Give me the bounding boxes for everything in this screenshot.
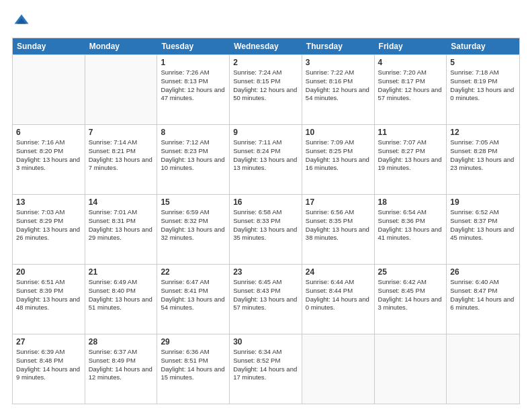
calendar-header: SundayMondayTuesdayWednesdayThursdayFrid… (13, 38, 519, 54)
day-info: Sunrise: 6:56 AM Sunset: 8:35 PM Dayligh… (306, 208, 371, 242)
day-number: 23 (233, 267, 298, 277)
calendar-cell: 22Sunrise: 6:47 AM Sunset: 8:41 PM Dayli… (157, 265, 230, 334)
calendar-cell: 11Sunrise: 7:07 AM Sunset: 8:27 PM Dayli… (375, 125, 447, 194)
calendar-cell: 20Sunrise: 6:51 AM Sunset: 8:39 PM Dayli… (13, 265, 85, 334)
calendar-cell: 25Sunrise: 6:42 AM Sunset: 8:45 PM Dayli… (375, 265, 447, 334)
calendar-cell: 12Sunrise: 7:05 AM Sunset: 8:28 PM Dayli… (447, 125, 519, 194)
day-info: Sunrise: 6:34 AM Sunset: 8:52 PM Dayligh… (233, 348, 298, 382)
day-number: 15 (161, 197, 226, 207)
day-number: 21 (89, 267, 154, 277)
calendar-cell: 28Sunrise: 6:37 AM Sunset: 8:49 PM Dayli… (85, 334, 158, 404)
day-number: 3 (306, 58, 371, 67)
calendar-row: 13Sunrise: 7:03 AM Sunset: 8:29 PM Dayli… (13, 194, 519, 264)
calendar-cell (85, 55, 158, 124)
calendar: SundayMondayTuesdayWednesdayThursdayFrid… (12, 38, 520, 404)
logo (12, 12, 34, 31)
day-number: 28 (89, 337, 154, 347)
day-info: Sunrise: 6:54 AM Sunset: 8:36 PM Dayligh… (378, 208, 443, 242)
day-number: 13 (16, 197, 81, 207)
calendar-cell (302, 334, 375, 404)
day-info: Sunrise: 6:58 AM Sunset: 8:33 PM Dayligh… (233, 208, 298, 242)
header (12, 12, 520, 31)
day-info: Sunrise: 7:12 AM Sunset: 8:23 PM Dayligh… (161, 138, 226, 173)
calendar-cell (447, 334, 519, 404)
day-info: Sunrise: 6:44 AM Sunset: 8:44 PM Dayligh… (306, 278, 371, 312)
logo-icon (12, 12, 31, 31)
day-info: Sunrise: 7:26 AM Sunset: 8:13 PM Dayligh… (161, 68, 226, 103)
day-number: 11 (378, 128, 443, 137)
calendar-cell: 14Sunrise: 7:01 AM Sunset: 8:31 PM Dayli… (85, 195, 158, 264)
weekday-header: Tuesday (157, 38, 230, 54)
day-info: Sunrise: 7:07 AM Sunset: 8:27 PM Dayligh… (378, 138, 443, 173)
calendar-row: 27Sunrise: 6:39 AM Sunset: 8:48 PM Dayli… (13, 334, 519, 404)
calendar-cell: 29Sunrise: 6:36 AM Sunset: 8:51 PM Dayli… (157, 334, 230, 404)
calendar-cell: 7Sunrise: 7:14 AM Sunset: 8:21 PM Daylig… (85, 125, 158, 194)
calendar-cell: 6Sunrise: 7:16 AM Sunset: 8:20 PM Daylig… (13, 125, 85, 194)
day-number: 2 (233, 58, 298, 67)
calendar-cell: 21Sunrise: 6:49 AM Sunset: 8:40 PM Dayli… (85, 265, 158, 334)
page: SundayMondayTuesdayWednesdayThursdayFrid… (0, 0, 532, 411)
day-number: 1 (161, 58, 226, 67)
day-number: 25 (378, 267, 443, 277)
day-info: Sunrise: 7:05 AM Sunset: 8:28 PM Dayligh… (450, 138, 516, 173)
day-info: Sunrise: 7:24 AM Sunset: 8:15 PM Dayligh… (233, 68, 298, 103)
day-info: Sunrise: 6:52 AM Sunset: 8:37 PM Dayligh… (450, 208, 516, 242)
day-number: 27 (16, 337, 81, 347)
day-number: 29 (161, 337, 226, 347)
calendar-cell: 17Sunrise: 6:56 AM Sunset: 8:35 PM Dayli… (302, 195, 375, 264)
calendar-cell: 1Sunrise: 7:26 AM Sunset: 8:13 PM Daylig… (157, 55, 230, 124)
day-number: 19 (450, 197, 516, 207)
day-number: 7 (89, 128, 154, 137)
day-info: Sunrise: 6:45 AM Sunset: 8:43 PM Dayligh… (233, 278, 298, 312)
day-info: Sunrise: 7:03 AM Sunset: 8:29 PM Dayligh… (16, 208, 81, 242)
calendar-cell: 5Sunrise: 7:18 AM Sunset: 8:19 PM Daylig… (447, 55, 519, 124)
day-info: Sunrise: 6:59 AM Sunset: 8:32 PM Dayligh… (161, 208, 226, 242)
calendar-cell: 24Sunrise: 6:44 AM Sunset: 8:44 PM Dayli… (302, 265, 375, 334)
calendar-cell: 8Sunrise: 7:12 AM Sunset: 8:23 PM Daylig… (157, 125, 230, 194)
calendar-cell: 13Sunrise: 7:03 AM Sunset: 8:29 PM Dayli… (13, 195, 85, 264)
day-number: 30 (233, 337, 298, 347)
day-number: 22 (161, 267, 226, 277)
day-info: Sunrise: 7:01 AM Sunset: 8:31 PM Dayligh… (89, 208, 154, 242)
calendar-cell: 26Sunrise: 6:40 AM Sunset: 8:47 PM Dayli… (447, 265, 519, 334)
day-number: 5 (450, 58, 516, 67)
calendar-cell: 27Sunrise: 6:39 AM Sunset: 8:48 PM Dayli… (13, 334, 85, 404)
day-info: Sunrise: 7:22 AM Sunset: 8:16 PM Dayligh… (306, 68, 371, 103)
day-info: Sunrise: 6:49 AM Sunset: 8:40 PM Dayligh… (89, 278, 154, 312)
weekday-header: Saturday (447, 38, 519, 54)
day-info: Sunrise: 6:47 AM Sunset: 8:41 PM Dayligh… (161, 278, 226, 312)
weekday-header: Friday (375, 38, 447, 54)
calendar-cell: 9Sunrise: 7:11 AM Sunset: 8:24 PM Daylig… (230, 125, 302, 194)
day-number: 24 (306, 267, 371, 277)
calendar-cell: 23Sunrise: 6:45 AM Sunset: 8:43 PM Dayli… (230, 265, 302, 334)
day-info: Sunrise: 7:16 AM Sunset: 8:20 PM Dayligh… (16, 138, 81, 173)
calendar-cell (375, 334, 447, 404)
day-info: Sunrise: 6:40 AM Sunset: 8:47 PM Dayligh… (450, 278, 516, 312)
day-info: Sunrise: 6:39 AM Sunset: 8:48 PM Dayligh… (16, 348, 81, 382)
day-number: 10 (306, 128, 371, 137)
day-info: Sunrise: 7:18 AM Sunset: 8:19 PM Dayligh… (450, 68, 516, 103)
calendar-row: 1Sunrise: 7:26 AM Sunset: 8:13 PM Daylig… (13, 54, 519, 124)
calendar-cell: 10Sunrise: 7:09 AM Sunset: 8:25 PM Dayli… (302, 125, 375, 194)
calendar-body: 1Sunrise: 7:26 AM Sunset: 8:13 PM Daylig… (13, 54, 519, 404)
calendar-cell: 2Sunrise: 7:24 AM Sunset: 8:15 PM Daylig… (230, 55, 302, 124)
calendar-cell: 30Sunrise: 6:34 AM Sunset: 8:52 PM Dayli… (230, 334, 302, 404)
calendar-row: 20Sunrise: 6:51 AM Sunset: 8:39 PM Dayli… (13, 264, 519, 334)
calendar-row: 6Sunrise: 7:16 AM Sunset: 8:20 PM Daylig… (13, 124, 519, 194)
day-info: Sunrise: 7:14 AM Sunset: 8:21 PM Dayligh… (89, 138, 154, 173)
day-number: 17 (306, 197, 371, 207)
day-number: 14 (89, 197, 154, 207)
day-number: 9 (233, 128, 298, 137)
calendar-cell: 3Sunrise: 7:22 AM Sunset: 8:16 PM Daylig… (302, 55, 375, 124)
calendar-cell: 19Sunrise: 6:52 AM Sunset: 8:37 PM Dayli… (447, 195, 519, 264)
weekday-header: Sunday (13, 38, 85, 54)
weekday-header: Thursday (302, 38, 375, 54)
day-info: Sunrise: 7:11 AM Sunset: 8:24 PM Dayligh… (233, 138, 298, 173)
calendar-cell: 4Sunrise: 7:20 AM Sunset: 8:17 PM Daylig… (375, 55, 447, 124)
day-info: Sunrise: 6:37 AM Sunset: 8:49 PM Dayligh… (89, 348, 154, 382)
day-number: 20 (16, 267, 81, 277)
day-number: 26 (450, 267, 516, 277)
day-number: 16 (233, 197, 298, 207)
calendar-cell (13, 55, 85, 124)
calendar-cell: 18Sunrise: 6:54 AM Sunset: 8:36 PM Dayli… (375, 195, 447, 264)
